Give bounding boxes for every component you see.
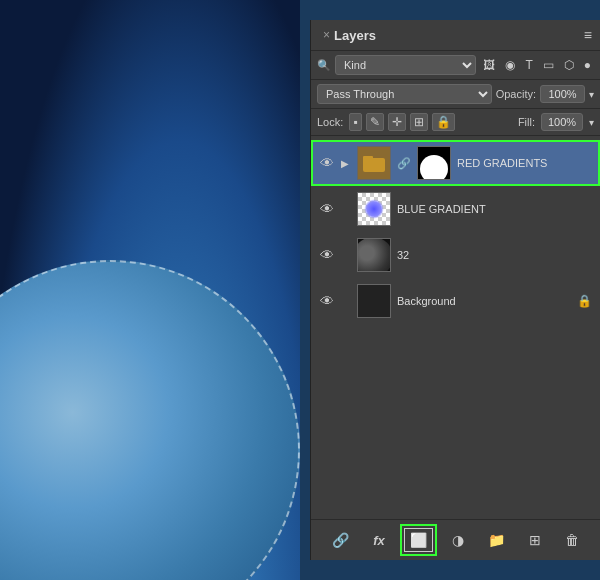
link-button[interactable]: 🔗 bbox=[327, 529, 354, 551]
shape-filter-icon[interactable]: ▭ bbox=[540, 56, 557, 74]
visibility-icon-32[interactable]: 👁 bbox=[319, 247, 335, 263]
layer-item-blue-gradient[interactable]: 👁 BLUE GRADIENT bbox=[311, 186, 600, 232]
lock-artboard-btn[interactable]: ⊞ bbox=[410, 113, 428, 131]
fill-value[interactable]: 100% bbox=[541, 113, 583, 131]
pixel-filter-icon[interactable]: ● bbox=[581, 56, 594, 74]
lock-transparent-btn[interactable]: ▪ bbox=[349, 113, 361, 131]
layer-mask-thumb-red-gradients bbox=[417, 146, 451, 180]
expand-arrow-red-gradients[interactable]: ▶ bbox=[341, 158, 351, 169]
layer-name-background: Background bbox=[397, 295, 571, 307]
layer-name-blue-gradient: BLUE GRADIENT bbox=[397, 203, 592, 215]
lock-paint-btn[interactable]: ✎ bbox=[366, 113, 384, 131]
layer-thumb-blue-gradient bbox=[357, 192, 391, 226]
panel-footer: 🔗 fx ⬜ ◑ 📁 ⊞ 🗑 bbox=[311, 519, 600, 560]
layer-item-background[interactable]: 👁 Background 🔒 bbox=[311, 278, 600, 324]
lock-all-btn[interactable]: 🔒 bbox=[432, 113, 455, 131]
kind-toolbar: 🔍 Kind 🖼 ◉ T ▭ ⬡ ● bbox=[311, 51, 600, 80]
svg-rect-1 bbox=[363, 156, 373, 161]
lock-row: Lock: ▪ ✎ ✛ ⊞ 🔒 Fill: 100% ▾ bbox=[311, 109, 600, 136]
visibility-icon-background[interactable]: 👁 bbox=[319, 293, 335, 309]
delete-layer-button[interactable]: 🗑 bbox=[560, 529, 584, 551]
text-filter-icon[interactable]: T bbox=[522, 56, 535, 74]
panel-title: Layers bbox=[334, 28, 376, 43]
circle-filter-icon[interactable]: ◉ bbox=[502, 56, 518, 74]
layer-thumb-background bbox=[357, 284, 391, 318]
layer-name-32: 32 bbox=[397, 249, 592, 261]
layers-panel: × Layers ≡ 🔍 Kind 🖼 ◉ T ▭ ⬡ ● Pass Throu… bbox=[310, 20, 600, 560]
layer-item-red-gradients[interactable]: 👁 ▶ 🔗 RED GRADIENTS bbox=[311, 140, 600, 186]
fx-button[interactable]: fx bbox=[368, 530, 390, 551]
blend-mode-row: Pass Through Opacity: 100% ▾ bbox=[311, 80, 600, 109]
layer-name-red-gradients: RED GRADIENTS bbox=[457, 157, 592, 169]
layer-link-icon-red-gradients: 🔗 bbox=[397, 157, 411, 170]
fill-label: Fill: bbox=[518, 116, 535, 128]
layers-list: 👁 ▶ 🔗 RED GRADIENTS 👁 BLUE GRADI bbox=[311, 136, 600, 519]
fill-arrow[interactable]: ▾ bbox=[589, 117, 594, 128]
lock-label: Lock: bbox=[317, 116, 343, 128]
visibility-icon-red-gradients[interactable]: 👁 bbox=[319, 155, 335, 171]
panel-header: × Layers ≡ bbox=[311, 20, 600, 51]
adjustment-layer-button[interactable]: ◑ bbox=[447, 529, 469, 551]
planet-arc bbox=[0, 260, 300, 580]
opacity-value[interactable]: 100% bbox=[540, 85, 585, 103]
lock-position-btn[interactable]: ✛ bbox=[388, 113, 406, 131]
close-button[interactable]: × bbox=[319, 26, 334, 44]
lock-icons: ▪ ✎ ✛ ⊞ 🔒 bbox=[349, 113, 454, 131]
opacity-arrow[interactable]: ▾ bbox=[589, 89, 594, 100]
layer-thumb-32 bbox=[357, 238, 391, 272]
panel-menu-button[interactable]: ≡ bbox=[584, 27, 592, 43]
layer-item-32[interactable]: 👁 32 bbox=[311, 232, 600, 278]
blend-mode-select[interactable]: Pass Through bbox=[317, 84, 492, 104]
image-filter-icon[interactable]: 🖼 bbox=[480, 56, 498, 74]
search-icon: 🔍 bbox=[317, 59, 331, 72]
kind-select[interactable]: Kind bbox=[335, 55, 476, 75]
new-layer-button[interactable]: ⊞ bbox=[524, 529, 546, 551]
layer-folder-icon-red-gradients bbox=[357, 146, 391, 180]
new-layer-mask-button[interactable]: ⬜ bbox=[404, 528, 433, 552]
visibility-icon-blue-gradient[interactable]: 👁 bbox=[319, 201, 335, 217]
adjustment-filter-icon[interactable]: ⬡ bbox=[561, 56, 577, 74]
background-scene bbox=[0, 0, 300, 580]
layer-lock-icon-background: 🔒 bbox=[577, 294, 592, 308]
opacity-label: Opacity: bbox=[496, 88, 536, 100]
new-group-button[interactable]: 📁 bbox=[483, 529, 510, 551]
